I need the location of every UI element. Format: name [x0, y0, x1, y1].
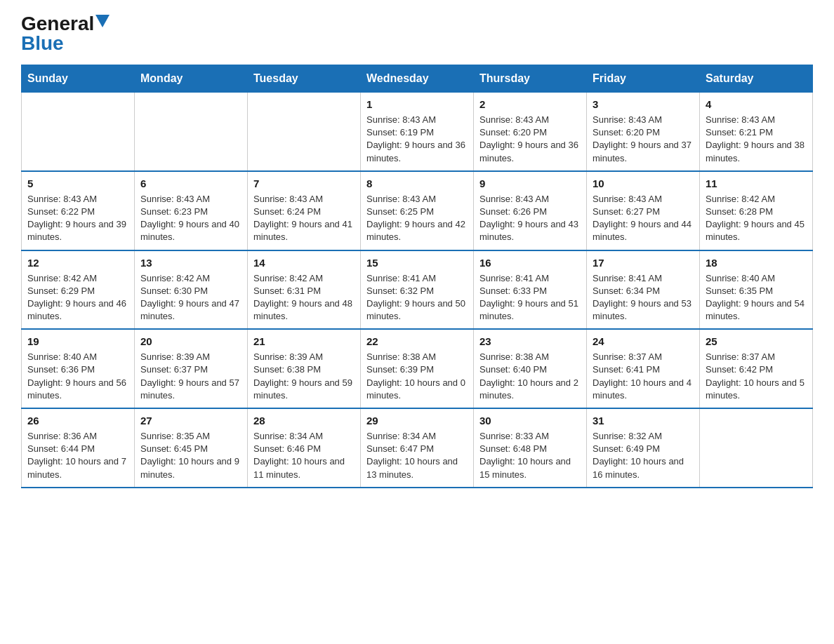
calendar-cell: 17Sunrise: 8:41 AM Sunset: 6:34 PM Dayli… [587, 250, 700, 330]
day-number: 8 [366, 176, 468, 191]
calendar-week-row: 1Sunrise: 8:43 AM Sunset: 6:19 PM Daylig… [22, 93, 813, 171]
day-number: 5 [27, 176, 128, 191]
day-number: 12 [27, 255, 128, 270]
day-info: Sunrise: 8:42 AM Sunset: 6:30 PM Dayligh… [140, 273, 239, 322]
calendar-cell: 7Sunrise: 8:43 AM Sunset: 6:24 PM Daylig… [248, 171, 361, 250]
day-info: Sunrise: 8:42 AM Sunset: 6:29 PM Dayligh… [27, 273, 126, 322]
calendar-cell: 23Sunrise: 8:38 AM Sunset: 6:40 PM Dayli… [474, 329, 587, 408]
calendar-day-header: Thursday [474, 65, 587, 93]
day-info: Sunrise: 8:43 AM Sunset: 6:23 PM Dayligh… [140, 194, 239, 243]
day-number: 28 [253, 413, 355, 428]
day-info: Sunrise: 8:43 AM Sunset: 6:21 PM Dayligh… [706, 114, 805, 163]
day-number: 18 [706, 255, 807, 270]
day-number: 29 [366, 413, 468, 428]
day-number: 15 [366, 255, 468, 270]
day-number: 24 [593, 334, 694, 349]
calendar-cell: 10Sunrise: 8:43 AM Sunset: 6:27 PM Dayli… [587, 171, 700, 250]
day-info: Sunrise: 8:36 AM Sunset: 6:44 PM Dayligh… [27, 431, 126, 480]
day-number: 10 [593, 176, 694, 191]
day-number: 23 [479, 334, 581, 349]
day-info: Sunrise: 8:37 AM Sunset: 6:41 PM Dayligh… [593, 351, 691, 401]
calendar-cell: 9Sunrise: 8:43 AM Sunset: 6:26 PM Daylig… [474, 171, 587, 250]
day-info: Sunrise: 8:43 AM Sunset: 6:19 PM Dayligh… [366, 114, 465, 163]
calendar-week-row: 5Sunrise: 8:43 AM Sunset: 6:22 PM Daylig… [22, 171, 813, 250]
day-info: Sunrise: 8:41 AM Sunset: 6:32 PM Dayligh… [366, 273, 465, 322]
day-number: 4 [706, 97, 807, 112]
calendar-cell [700, 408, 813, 488]
calendar-cell [248, 93, 361, 171]
day-info: Sunrise: 8:34 AM Sunset: 6:46 PM Dayligh… [253, 431, 345, 480]
day-number: 9 [479, 176, 581, 191]
day-info: Sunrise: 8:40 AM Sunset: 6:35 PM Dayligh… [706, 273, 805, 322]
day-info: Sunrise: 8:35 AM Sunset: 6:45 PM Dayligh… [140, 431, 239, 480]
calendar-cell: 4Sunrise: 8:43 AM Sunset: 6:21 PM Daylig… [700, 93, 813, 171]
day-number: 7 [253, 176, 355, 191]
logo-triangle-icon [95, 15, 110, 27]
day-number: 27 [140, 413, 241, 428]
day-number: 22 [366, 334, 468, 349]
logo: General Blue [21, 14, 110, 53]
calendar-table: SundayMondayTuesdayWednesdayThursdayFrid… [21, 65, 813, 488]
day-info: Sunrise: 8:43 AM Sunset: 6:24 PM Dayligh… [253, 194, 352, 243]
day-number: 26 [27, 413, 128, 428]
day-number: 2 [479, 97, 581, 112]
day-info: Sunrise: 8:32 AM Sunset: 6:49 PM Dayligh… [593, 431, 684, 480]
day-number: 19 [27, 334, 128, 349]
calendar-cell: 8Sunrise: 8:43 AM Sunset: 6:25 PM Daylig… [361, 171, 474, 250]
day-number: 30 [479, 413, 581, 428]
calendar-cell: 12Sunrise: 8:42 AM Sunset: 6:29 PM Dayli… [22, 250, 135, 330]
day-number: 17 [593, 255, 694, 270]
day-info: Sunrise: 8:38 AM Sunset: 6:39 PM Dayligh… [366, 351, 465, 401]
logo-blue-text: Blue [21, 32, 64, 54]
calendar-cell: 2Sunrise: 8:43 AM Sunset: 6:20 PM Daylig… [474, 93, 587, 171]
day-info: Sunrise: 8:43 AM Sunset: 6:22 PM Dayligh… [27, 194, 126, 243]
calendar-cell: 11Sunrise: 8:42 AM Sunset: 6:28 PM Dayli… [700, 171, 813, 250]
day-info: Sunrise: 8:43 AM Sunset: 6:27 PM Dayligh… [593, 194, 691, 243]
calendar-cell: 3Sunrise: 8:43 AM Sunset: 6:20 PM Daylig… [587, 93, 700, 171]
calendar-cell: 6Sunrise: 8:43 AM Sunset: 6:23 PM Daylig… [135, 171, 248, 250]
day-info: Sunrise: 8:43 AM Sunset: 6:20 PM Dayligh… [593, 114, 691, 163]
calendar-header-row: SundayMondayTuesdayWednesdayThursdayFrid… [22, 65, 813, 93]
calendar-cell: 25Sunrise: 8:37 AM Sunset: 6:42 PM Dayli… [700, 329, 813, 408]
day-info: Sunrise: 8:38 AM Sunset: 6:40 PM Dayligh… [479, 351, 578, 401]
day-number: 3 [593, 97, 694, 112]
day-info: Sunrise: 8:43 AM Sunset: 6:26 PM Dayligh… [479, 194, 578, 243]
day-info: Sunrise: 8:39 AM Sunset: 6:37 PM Dayligh… [140, 351, 239, 401]
calendar-cell: 30Sunrise: 8:33 AM Sunset: 6:48 PM Dayli… [474, 408, 587, 488]
calendar-week-row: 12Sunrise: 8:42 AM Sunset: 6:29 PM Dayli… [22, 250, 813, 330]
day-info: Sunrise: 8:43 AM Sunset: 6:25 PM Dayligh… [366, 194, 465, 243]
day-number: 20 [140, 334, 241, 349]
day-info: Sunrise: 8:43 AM Sunset: 6:20 PM Dayligh… [479, 114, 578, 163]
day-info: Sunrise: 8:42 AM Sunset: 6:28 PM Dayligh… [706, 194, 805, 243]
day-info: Sunrise: 8:37 AM Sunset: 6:42 PM Dayligh… [706, 351, 805, 401]
day-number: 6 [140, 176, 241, 191]
day-info: Sunrise: 8:34 AM Sunset: 6:47 PM Dayligh… [366, 431, 458, 480]
calendar-cell: 29Sunrise: 8:34 AM Sunset: 6:47 PM Dayli… [361, 408, 474, 488]
calendar-day-header: Friday [587, 65, 700, 93]
calendar-week-row: 26Sunrise: 8:36 AM Sunset: 6:44 PM Dayli… [22, 408, 813, 488]
calendar-cell: 26Sunrise: 8:36 AM Sunset: 6:44 PM Dayli… [22, 408, 135, 488]
calendar-cell: 19Sunrise: 8:40 AM Sunset: 6:36 PM Dayli… [22, 329, 135, 408]
day-number: 25 [706, 334, 807, 349]
calendar-cell: 13Sunrise: 8:42 AM Sunset: 6:30 PM Dayli… [135, 250, 248, 330]
calendar-week-row: 19Sunrise: 8:40 AM Sunset: 6:36 PM Dayli… [22, 329, 813, 408]
day-info: Sunrise: 8:40 AM Sunset: 6:36 PM Dayligh… [27, 351, 126, 401]
calendar-cell: 24Sunrise: 8:37 AM Sunset: 6:41 PM Dayli… [587, 329, 700, 408]
calendar-cell: 16Sunrise: 8:41 AM Sunset: 6:33 PM Dayli… [474, 250, 587, 330]
day-number: 1 [366, 97, 468, 112]
calendar-day-header: Monday [135, 65, 248, 93]
calendar-cell: 18Sunrise: 8:40 AM Sunset: 6:35 PM Dayli… [700, 250, 813, 330]
calendar-cell [135, 93, 248, 171]
day-number: 11 [706, 176, 807, 191]
day-number: 14 [253, 255, 355, 270]
calendar-cell: 14Sunrise: 8:42 AM Sunset: 6:31 PM Dayli… [248, 250, 361, 330]
calendar-cell: 20Sunrise: 8:39 AM Sunset: 6:37 PM Dayli… [135, 329, 248, 408]
calendar-cell: 31Sunrise: 8:32 AM Sunset: 6:49 PM Dayli… [587, 408, 700, 488]
day-info: Sunrise: 8:41 AM Sunset: 6:34 PM Dayligh… [593, 273, 691, 322]
day-info: Sunrise: 8:39 AM Sunset: 6:38 PM Dayligh… [253, 351, 352, 401]
calendar-day-header: Tuesday [248, 65, 361, 93]
calendar-cell: 21Sunrise: 8:39 AM Sunset: 6:38 PM Dayli… [248, 329, 361, 408]
day-number: 13 [140, 255, 241, 270]
calendar-cell: 15Sunrise: 8:41 AM Sunset: 6:32 PM Dayli… [361, 250, 474, 330]
page-header: General Blue [21, 14, 813, 53]
